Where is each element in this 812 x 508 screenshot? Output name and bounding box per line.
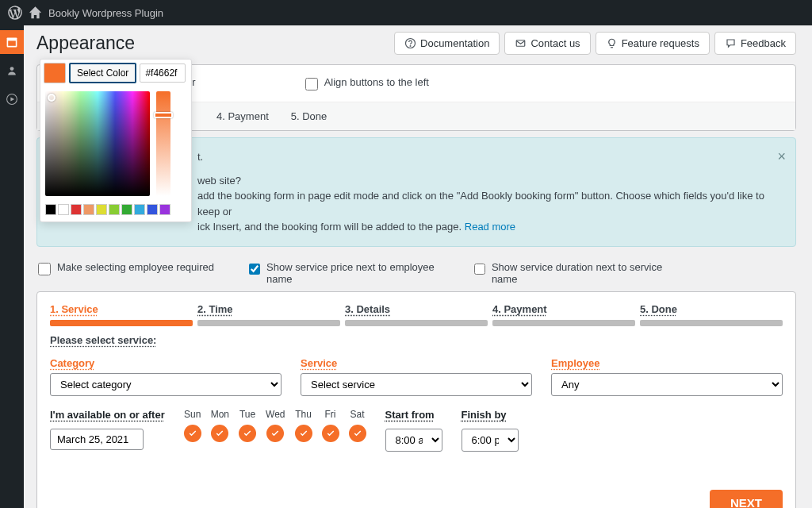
- svg-point-5: [410, 46, 411, 47]
- select-color-button[interactable]: Select Color: [69, 63, 136, 83]
- contact-us-button[interactable]: Contact us: [504, 32, 590, 55]
- swatch[interactable]: [83, 204, 94, 215]
- employee-label: Employee: [551, 357, 783, 369]
- hue-handle[interactable]: [154, 112, 173, 118]
- hex-input[interactable]: [140, 64, 186, 83]
- day-sat[interactable]: Sat: [349, 409, 366, 442]
- day-sun[interactable]: Sun: [184, 409, 201, 442]
- swatch[interactable]: [121, 204, 132, 215]
- show-duration-checkbox[interactable]: Show service duration next to service na…: [474, 261, 665, 285]
- swatch[interactable]: [71, 204, 82, 215]
- swatch[interactable]: [109, 204, 120, 215]
- current-color-swatch: [44, 63, 66, 83]
- day-mon[interactable]: Mon: [211, 409, 229, 442]
- step-time: 2. Time: [197, 303, 340, 326]
- category-select[interactable]: Select category: [50, 373, 282, 396]
- svg-rect-6: [517, 40, 526, 47]
- day-tue[interactable]: Tue: [239, 409, 256, 442]
- tab-payment[interactable]: 4. Payment: [216, 110, 269, 122]
- form-preview: 1. Service 2. Time 3. Details 4. Payment…: [36, 291, 796, 509]
- swatch[interactable]: [58, 204, 69, 215]
- category-label: Category: [50, 357, 282, 369]
- step-payment: 4. Payment: [492, 303, 635, 326]
- feature-requests-button[interactable]: Feature requests: [596, 32, 710, 55]
- employee-select[interactable]: Any: [551, 373, 783, 396]
- feedback-button[interactable]: Feedback: [714, 32, 796, 55]
- service-label: Service: [301, 357, 532, 369]
- wordpress-icon: [8, 6, 22, 20]
- close-icon[interactable]: ×: [777, 146, 786, 167]
- site-name[interactable]: Bookly Wordpress Plugin: [48, 7, 163, 19]
- swatch[interactable]: [45, 204, 56, 215]
- swatch[interactable]: [147, 204, 158, 215]
- day-thu[interactable]: Thu: [295, 409, 312, 442]
- read-more-link[interactable]: Read more: [465, 221, 515, 233]
- page-title: Appearance: [36, 33, 135, 54]
- gradient-handle[interactable]: [48, 94, 56, 102]
- sidebar-item-users[interactable]: [0, 59, 24, 83]
- make-required-checkbox[interactable]: Make selecting employee required: [38, 261, 214, 285]
- available-label: I'm available on or after: [50, 409, 165, 421]
- step-service: 1. Service: [50, 303, 193, 326]
- swatch[interactable]: [96, 204, 107, 215]
- wp-admin-bar: Bookly Wordpress Plugin: [0, 0, 812, 25]
- day-fri[interactable]: Fri: [322, 409, 339, 442]
- swatch[interactable]: [134, 204, 145, 215]
- step-done: 5. Done: [640, 303, 783, 326]
- admin-sidebar: [0, 25, 24, 508]
- day-wed[interactable]: Wed: [266, 409, 285, 442]
- sidebar-item-settings[interactable]: [0, 87, 24, 111]
- svg-point-1: [10, 67, 14, 71]
- color-gradient[interactable]: [45, 91, 150, 196]
- color-picker[interactable]: Select Color: [40, 59, 192, 222]
- svg-marker-3: [10, 98, 14, 102]
- preset-swatches: [40, 201, 191, 221]
- finish-by-label: Finish by: [462, 409, 519, 421]
- start-from-label: Start from: [385, 409, 442, 421]
- documentation-button[interactable]: Documentation: [394, 32, 500, 55]
- finish-by-select[interactable]: 6:00 pm: [462, 429, 519, 452]
- hue-slider[interactable]: [156, 91, 170, 196]
- swatch[interactable]: [159, 204, 170, 215]
- start-from-select[interactable]: 8:00 am: [385, 429, 442, 452]
- step-details: 3. Details: [345, 303, 488, 326]
- home-icon[interactable]: [29, 6, 42, 20]
- service-select[interactable]: Select service: [301, 373, 532, 396]
- align-buttons-checkbox[interactable]: Align buttons to the left: [305, 76, 429, 90]
- please-select-service-label: Please select service:: [50, 334, 156, 346]
- next-button[interactable]: NEXT: [710, 490, 783, 509]
- sidebar-item-calendar[interactable]: [0, 30, 24, 54]
- available-date-input[interactable]: [50, 429, 144, 450]
- show-price-checkbox[interactable]: Show service price next to employee name: [249, 261, 439, 285]
- tab-done[interactable]: 5. Done: [291, 110, 327, 122]
